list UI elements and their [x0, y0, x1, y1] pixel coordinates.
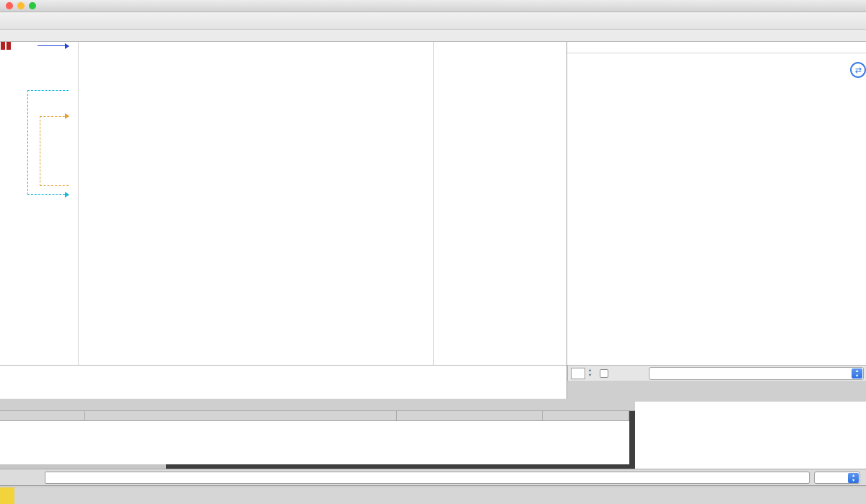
depth-spinner[interactable] — [571, 368, 585, 379]
layout-swap-button[interactable]: ⇄ — [850, 62, 866, 78]
dump-tab-bar — [0, 399, 635, 411]
engine-steppers-icon[interactable]: ▲▼ — [848, 473, 859, 483]
hex-header-address — [0, 411, 85, 421]
minimize-window-button[interactable] — [17, 2, 25, 9]
registers-panel — [567, 42, 866, 365]
command-input[interactable] — [45, 472, 810, 484]
engine-select[interactable]: ▲▼ — [814, 472, 860, 484]
hex-dump-panel[interactable] — [0, 411, 629, 469]
register-controls: ▲▼ ▲▼ — [567, 365, 866, 381]
rip-marker — [1, 42, 11, 50]
view-tab-bar — [0, 30, 866, 42]
rax-label — [6, 42, 11, 50]
info-pane — [0, 365, 567, 399]
command-bar: ▲▼ — [0, 469, 866, 486]
disassembly-panel[interactable] — [0, 42, 567, 365]
rip-label — [1, 42, 5, 50]
title-bar — [0, 0, 866, 12]
jump-arrow-down-head — [65, 192, 69, 198]
debugger-state-badge — [0, 487, 14, 504]
jump-arrow-up — [40, 116, 69, 186]
hex-header-ascii — [397, 411, 543, 421]
toolbar — [0, 12, 866, 30]
hex-header-hex — [85, 411, 397, 421]
hide-neon-button[interactable] — [567, 42, 866, 53]
calling-convention-select[interactable]: ▲▼ — [649, 367, 864, 380]
jump-arrow-up-head — [65, 113, 69, 119]
convention-steppers-icon[interactable]: ▲▼ — [852, 368, 862, 379]
depth-spinner-steppers[interactable]: ▲▼ — [586, 368, 594, 379]
zoom-window-button[interactable] — [29, 2, 36, 9]
column-divider — [78, 42, 79, 365]
rip-arrow — [38, 45, 65, 46]
close-window-button[interactable] — [6, 2, 13, 9]
hex-header-filler — [543, 411, 629, 421]
comment-column-divider — [433, 42, 434, 365]
hex-vscrollbar[interactable] — [629, 411, 635, 469]
rip-arrow-head — [65, 43, 69, 49]
unlocked-checkbox[interactable] — [600, 369, 608, 378]
status-bar — [0, 487, 866, 504]
stack-panel[interactable] — [635, 402, 866, 469]
